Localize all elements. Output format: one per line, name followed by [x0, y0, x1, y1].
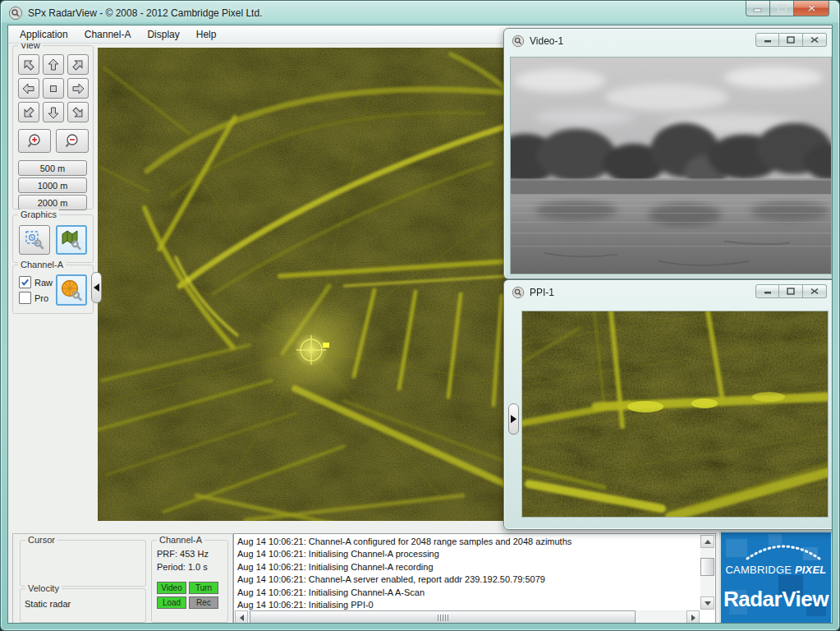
ppi-minimize-button[interactable]	[755, 284, 779, 298]
ppi-maximize-button[interactable]	[779, 284, 803, 298]
maximize-icon	[787, 36, 795, 44]
minimize-button[interactable]	[746, 1, 770, 16]
zoom-out-button[interactable]	[56, 129, 89, 153]
scroll-up-button[interactable]	[700, 535, 714, 548]
indicator-turn: Turn	[189, 582, 218, 594]
arrow-up-icon	[46, 58, 61, 72]
zoom-out-icon	[63, 132, 81, 150]
video-window-titlebar[interactable]: Video-1	[504, 29, 833, 53]
minimize-icon	[753, 5, 763, 12]
logo-product-name: RadarView	[721, 587, 831, 612]
log-line: Aug 14 10:06:21: Initialising Channel-A …	[237, 561, 699, 573]
ppi-window-icon	[512, 286, 525, 299]
app-icon	[8, 6, 23, 21]
prf-value: PRF: 453 Hz	[157, 549, 209, 559]
close-icon	[810, 36, 819, 44]
pro-checkbox[interactable]: Pro	[19, 292, 48, 304]
channel-a-panel-label: Channel-A	[18, 260, 66, 269]
status-panel: Cursor Velocity Static radar Channel-A P…	[12, 533, 233, 624]
video-frame	[510, 57, 832, 274]
radar-config-icon	[60, 279, 83, 302]
logo-brand-pixel: PIXEL	[795, 564, 827, 576]
video-window-title: Video-1	[530, 35, 563, 47]
scroll-right-button[interactable]	[686, 610, 700, 624]
log-line: Aug 14 10:06:21: Channel-A server enable…	[237, 573, 699, 586]
ppi-collapse-button[interactable]	[508, 403, 519, 435]
thumb-grip-icon	[438, 615, 448, 621]
title-bar[interactable]: SPx RadarView - © 2008 - 2012 Cambridge …	[1, 1, 839, 25]
graphics-settings-button[interactable]	[19, 225, 50, 255]
pan-down-right-button[interactable]	[67, 102, 89, 122]
pro-checkbox-box[interactable]	[19, 292, 31, 304]
log-horizontal-scrollbar[interactable]	[235, 610, 700, 624]
pan-down-left-button[interactable]	[18, 102, 39, 122]
log-line: Aug 14 10:06:21: Channel-A configured fo…	[237, 536, 699, 548]
log-panel: Aug 14 10:06:21: Channel-A configured fo…	[233, 533, 716, 624]
arrow-up-right-icon	[71, 58, 85, 72]
collapse-right-icon	[511, 415, 516, 423]
raw-checkbox-box[interactable]	[19, 276, 31, 288]
channel-a-panel: Channel-A Raw Pro	[12, 265, 94, 314]
menu-channel-a[interactable]: Channel-A	[76, 27, 140, 42]
arrow-down-icon	[46, 105, 61, 120]
log-line: Aug 14 10:06:21: Initialising Channel-A …	[237, 548, 699, 560]
channel-status-group: Channel-A PRF: 453 Hz Period: 1.0 s Vide…	[151, 540, 228, 623]
cursor-group: Cursor	[20, 540, 146, 587]
horizontal-scroll-thumb[interactable]	[250, 610, 636, 624]
pan-center-button[interactable]	[43, 78, 64, 99]
arrow-left-icon	[21, 81, 36, 96]
close-button[interactable]	[794, 1, 829, 16]
log-line: Aug 14 10:06:21: Initialising Channel-A …	[237, 587, 699, 599]
graphics-panel: Graphics	[12, 214, 94, 263]
zoom-in-icon	[25, 132, 44, 150]
video-maximize-button[interactable]	[779, 33, 803, 47]
sidebar-collapse-button[interactable]	[91, 272, 102, 303]
pan-up-left-button[interactable]	[18, 54, 39, 75]
pan-right-button[interactable]	[67, 78, 89, 99]
pan-down-button[interactable]	[43, 102, 64, 122]
channel-indicators: Video Turn Load Rec	[157, 582, 218, 609]
scroll-left-button[interactable]	[235, 610, 248, 624]
video-window: Video-1	[503, 28, 833, 279]
arrow-down-right-icon	[71, 105, 85, 120]
scroll-down-button[interactable]	[700, 596, 714, 610]
ppi-close-button[interactable]	[803, 284, 827, 298]
menu-display[interactable]: Display	[139, 27, 187, 42]
log-vertical-scrollbar[interactable]	[700, 535, 714, 610]
map-settings-button[interactable]	[56, 225, 87, 255]
video-minimize-button[interactable]	[755, 33, 779, 47]
period-value: Period: 1.0 s	[157, 562, 208, 572]
client-area: Application Channel-A Display Help	[7, 25, 833, 624]
range-2000m-button[interactable]: 2000 m	[18, 195, 87, 210]
indicator-load: Load	[157, 596, 186, 609]
check-icon	[21, 278, 30, 287]
video-close-button[interactable]	[803, 33, 827, 47]
menu-help[interactable]: Help	[188, 27, 225, 42]
graphics-config-icon	[24, 229, 45, 251]
minimize-icon	[764, 37, 772, 44]
cursor-group-label: Cursor	[25, 535, 57, 545]
raw-checkbox[interactable]: Raw	[19, 276, 53, 288]
menu-application[interactable]: Application	[11, 27, 76, 42]
ppi-window-title: PPI-1	[530, 287, 554, 298]
arrow-up-icon	[705, 540, 711, 544]
raw-checkbox-label: Raw	[34, 278, 53, 288]
velocity-group-label: Velocity	[25, 583, 62, 593]
vertical-scroll-thumb[interactable]	[700, 558, 714, 576]
indicator-rec: Rec	[189, 596, 218, 609]
ppi-window: PPI-1	[503, 279, 833, 530]
pan-up-right-button[interactable]	[67, 54, 89, 75]
zoom-in-button[interactable]	[18, 129, 51, 153]
radar-settings-button[interactable]	[56, 274, 87, 306]
ppi-radar-image	[522, 311, 828, 517]
maximize-button[interactable]	[770, 1, 794, 16]
graphics-panel-label: Graphics	[18, 210, 59, 219]
ppi-radar-view[interactable]: 0 m 100 m	[521, 311, 829, 518]
pan-up-button[interactable]	[43, 54, 64, 75]
channel-status-label: Channel-A	[157, 535, 204, 545]
map-config-icon	[61, 229, 82, 251]
range-1000m-button[interactable]: 1000 m	[18, 177, 87, 193]
range-500m-button[interactable]: 500 m	[18, 160, 87, 176]
pan-left-button[interactable]	[18, 78, 39, 99]
ppi-window-titlebar[interactable]: PPI-1	[504, 280, 833, 304]
